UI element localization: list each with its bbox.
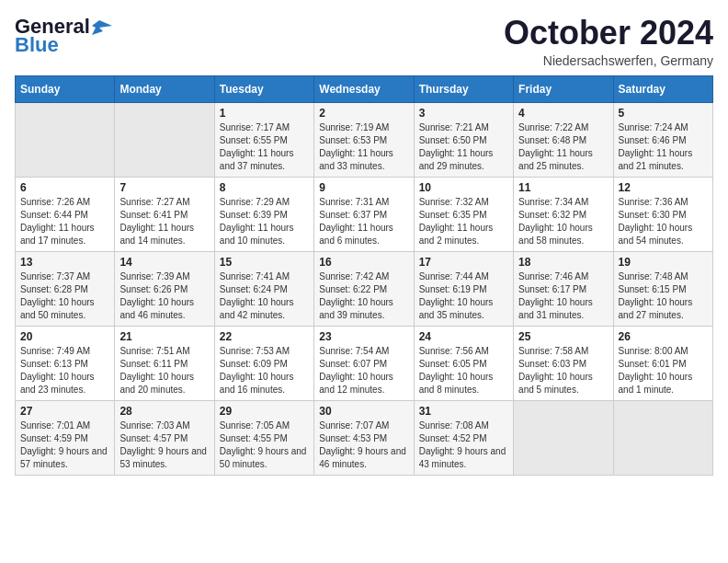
day-info: Sunrise: 7:39 AM Sunset: 6:26 PM Dayligh… — [119, 270, 209, 322]
day-info: Sunrise: 7:36 AM Sunset: 6:30 PM Dayligh… — [619, 196, 708, 247]
day-number: 22 — [220, 330, 309, 343]
calendar-cell — [16, 102, 115, 177]
calendar-cell: 14Sunrise: 7:39 AM Sunset: 6:26 PM Dayli… — [115, 251, 214, 326]
day-number: 4 — [518, 107, 608, 120]
calendar-cell: 20Sunrise: 7:49 AM Sunset: 6:13 PM Dayli… — [16, 326, 115, 400]
calendar-cell — [115, 102, 214, 177]
day-number: 13 — [20, 256, 109, 269]
day-number: 6 — [20, 181, 109, 194]
day-info: Sunrise: 7:32 AM Sunset: 6:35 PM Dayligh… — [419, 196, 508, 247]
week-row-1: 1Sunrise: 7:17 AM Sunset: 6:55 PM Daylig… — [16, 102, 713, 177]
logo: General Blue — [15, 15, 112, 57]
calendar-cell: 30Sunrise: 7:07 AM Sunset: 4:53 PM Dayli… — [314, 400, 414, 475]
calendar-cell: 22Sunrise: 7:53 AM Sunset: 6:09 PM Dayli… — [214, 326, 313, 400]
calendar-cell: 24Sunrise: 7:56 AM Sunset: 6:05 PM Dayli… — [414, 326, 513, 400]
weekday-header-monday: Monday — [115, 75, 214, 102]
day-number: 2 — [319, 107, 408, 120]
calendar-table: SundayMondayTuesdayWednesdayThursdayFrid… — [15, 75, 713, 476]
calendar-cell: 5Sunrise: 7:24 AM Sunset: 6:46 PM Daylig… — [613, 102, 712, 177]
calendar-cell: 21Sunrise: 7:51 AM Sunset: 6:11 PM Dayli… — [115, 326, 214, 400]
location: Niedersachswerfen, Germany — [504, 53, 713, 68]
day-number: 30 — [319, 405, 408, 418]
day-info: Sunrise: 7:51 AM Sunset: 6:11 PM Dayligh… — [119, 345, 209, 396]
calendar-cell: 27Sunrise: 7:01 AM Sunset: 4:59 PM Dayli… — [16, 400, 115, 475]
calendar-cell: 9Sunrise: 7:31 AM Sunset: 6:37 PM Daylig… — [314, 177, 414, 251]
week-row-5: 27Sunrise: 7:01 AM Sunset: 4:59 PM Dayli… — [16, 400, 713, 475]
day-info: Sunrise: 7:27 AM Sunset: 6:41 PM Dayligh… — [119, 196, 209, 247]
day-info: Sunrise: 7:24 AM Sunset: 6:46 PM Dayligh… — [619, 121, 708, 173]
weekday-header-tuesday: Tuesday — [214, 75, 313, 102]
day-number: 10 — [419, 181, 508, 194]
day-info: Sunrise: 7:46 AM Sunset: 6:17 PM Dayligh… — [518, 270, 608, 322]
day-info: Sunrise: 7:54 AM Sunset: 6:07 PM Dayligh… — [319, 345, 408, 396]
calendar-cell: 17Sunrise: 7:44 AM Sunset: 6:19 PM Dayli… — [414, 251, 513, 326]
day-info: Sunrise: 7:05 AM Sunset: 4:55 PM Dayligh… — [220, 419, 309, 471]
day-info: Sunrise: 7:31 AM Sunset: 6:37 PM Dayligh… — [319, 196, 408, 247]
day-number: 20 — [20, 330, 109, 343]
calendar-cell: 25Sunrise: 7:58 AM Sunset: 6:03 PM Dayli… — [514, 326, 613, 400]
logo-blue: Blue — [15, 33, 59, 57]
week-row-4: 20Sunrise: 7:49 AM Sunset: 6:13 PM Dayli… — [16, 326, 713, 400]
day-number: 26 — [619, 330, 708, 343]
calendar-cell: 31Sunrise: 7:08 AM Sunset: 4:52 PM Dayli… — [414, 400, 513, 475]
day-number: 23 — [319, 330, 408, 343]
day-number: 19 — [619, 256, 708, 269]
day-info: Sunrise: 7:56 AM Sunset: 6:05 PM Dayligh… — [419, 345, 508, 396]
calendar-cell: 12Sunrise: 7:36 AM Sunset: 6:30 PM Dayli… — [613, 177, 712, 251]
day-info: Sunrise: 7:58 AM Sunset: 6:03 PM Dayligh… — [518, 345, 608, 396]
day-number: 18 — [518, 256, 608, 269]
week-row-3: 13Sunrise: 7:37 AM Sunset: 6:28 PM Dayli… — [16, 251, 713, 326]
day-number: 21 — [119, 330, 209, 343]
day-info: Sunrise: 7:41 AM Sunset: 6:24 PM Dayligh… — [220, 270, 309, 322]
day-number: 7 — [119, 181, 209, 194]
calendar-cell: 23Sunrise: 7:54 AM Sunset: 6:07 PM Dayli… — [314, 326, 414, 400]
day-number: 28 — [119, 405, 209, 418]
day-info: Sunrise: 7:48 AM Sunset: 6:15 PM Dayligh… — [619, 270, 708, 322]
day-info: Sunrise: 8:00 AM Sunset: 6:01 PM Dayligh… — [619, 345, 708, 396]
day-info: Sunrise: 7:34 AM Sunset: 6:32 PM Dayligh… — [518, 196, 608, 247]
calendar-cell: 7Sunrise: 7:27 AM Sunset: 6:41 PM Daylig… — [115, 177, 214, 251]
day-info: Sunrise: 7:17 AM Sunset: 6:55 PM Dayligh… — [220, 121, 309, 173]
calendar-cell: 15Sunrise: 7:41 AM Sunset: 6:24 PM Dayli… — [214, 251, 313, 326]
day-info: Sunrise: 7:37 AM Sunset: 6:28 PM Dayligh… — [20, 270, 109, 322]
day-info: Sunrise: 7:49 AM Sunset: 6:13 PM Dayligh… — [20, 345, 109, 396]
day-info: Sunrise: 7:01 AM Sunset: 4:59 PM Dayligh… — [20, 419, 109, 471]
day-number: 15 — [220, 256, 309, 269]
calendar-cell — [514, 400, 613, 475]
day-info: Sunrise: 7:22 AM Sunset: 6:48 PM Dayligh… — [518, 121, 608, 173]
day-number: 31 — [419, 405, 508, 418]
page-header: General Blue October 2024 Niedersachswer… — [15, 15, 713, 68]
calendar-cell — [613, 400, 712, 475]
month-title: October 2024 — [504, 15, 713, 52]
day-number: 3 — [419, 107, 508, 120]
calendar-cell: 28Sunrise: 7:03 AM Sunset: 4:57 PM Dayli… — [115, 400, 214, 475]
day-number: 1 — [220, 107, 309, 120]
title-area: October 2024 Niedersachswerfen, Germany — [504, 15, 713, 68]
calendar-cell: 29Sunrise: 7:05 AM Sunset: 4:55 PM Dayli… — [214, 400, 313, 475]
calendar-cell: 8Sunrise: 7:29 AM Sunset: 6:39 PM Daylig… — [214, 177, 313, 251]
day-number: 17 — [419, 256, 508, 269]
day-number: 16 — [319, 256, 408, 269]
day-info: Sunrise: 7:21 AM Sunset: 6:50 PM Dayligh… — [419, 121, 508, 173]
calendar-cell: 3Sunrise: 7:21 AM Sunset: 6:50 PM Daylig… — [414, 102, 513, 177]
calendar-cell: 10Sunrise: 7:32 AM Sunset: 6:35 PM Dayli… — [414, 177, 513, 251]
calendar-cell: 19Sunrise: 7:48 AM Sunset: 6:15 PM Dayli… — [613, 251, 712, 326]
calendar-cell: 11Sunrise: 7:34 AM Sunset: 6:32 PM Dayli… — [514, 177, 613, 251]
day-number: 9 — [319, 181, 408, 194]
day-info: Sunrise: 7:19 AM Sunset: 6:53 PM Dayligh… — [319, 121, 408, 173]
day-number: 24 — [419, 330, 508, 343]
day-number: 29 — [220, 405, 309, 418]
day-info: Sunrise: 7:03 AM Sunset: 4:57 PM Dayligh… — [119, 419, 209, 471]
svg-marker-0 — [92, 20, 112, 35]
day-info: Sunrise: 7:26 AM Sunset: 6:44 PM Dayligh… — [20, 196, 109, 247]
day-info: Sunrise: 7:29 AM Sunset: 6:39 PM Dayligh… — [220, 196, 309, 247]
weekday-header-thursday: Thursday — [414, 75, 513, 102]
calendar-cell: 2Sunrise: 7:19 AM Sunset: 6:53 PM Daylig… — [314, 102, 414, 177]
day-number: 14 — [119, 256, 209, 269]
day-info: Sunrise: 7:42 AM Sunset: 6:22 PM Dayligh… — [319, 270, 408, 322]
day-number: 25 — [518, 330, 608, 343]
weekday-header-saturday: Saturday — [613, 75, 712, 102]
weekday-header-sunday: Sunday — [16, 75, 115, 102]
calendar-cell: 1Sunrise: 7:17 AM Sunset: 6:55 PM Daylig… — [214, 102, 313, 177]
calendar-cell: 26Sunrise: 8:00 AM Sunset: 6:01 PM Dayli… — [613, 326, 712, 400]
